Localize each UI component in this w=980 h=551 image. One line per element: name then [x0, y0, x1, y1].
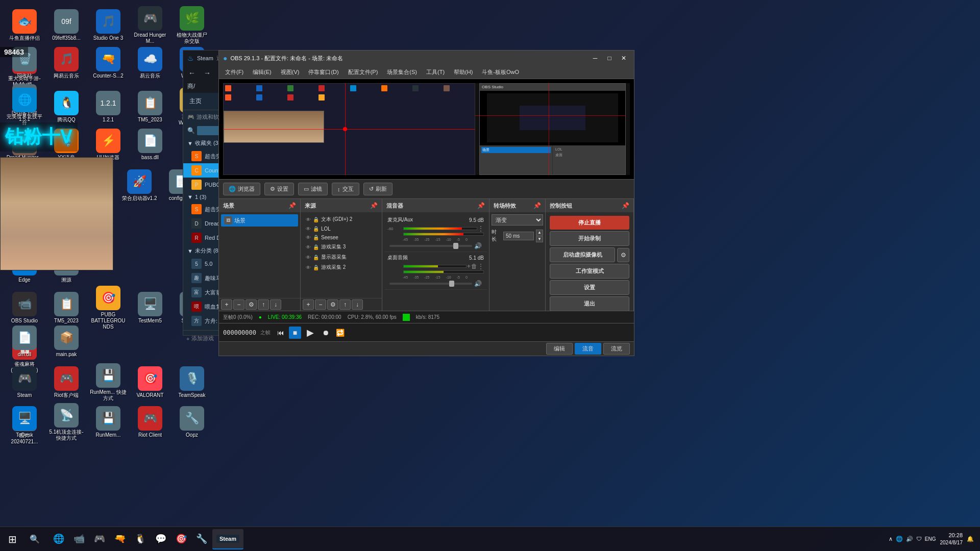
steam-forward-btn[interactable]: → [201, 68, 214, 78]
desktop-icon-icon2[interactable]: 09f 09feff35b8... [46, 4, 87, 46]
obs-tab-edit[interactable]: 编辑 [546, 343, 573, 355]
obs-stop-stream-btn[interactable]: 停止直播 [550, 216, 629, 230]
taskbar-edge-app[interactable]: 🌐 [49, 529, 68, 549]
desktop-icon-oopz[interactable]: 🔧 Oopz [172, 401, 212, 443]
desktop-icon-netease[interactable]: 🎵 网易云音乐 [46, 45, 87, 81]
desktop-icon-riot2[interactable]: 🎮 Riot Client [130, 401, 170, 443]
obs-start-record-btn[interactable]: 开始录制 [550, 231, 629, 246]
obs-scene-up-btn[interactable]: ↑ [258, 299, 269, 310]
taskbar-shield-icon[interactable]: 🛡 [916, 536, 922, 542]
obs-desktop-more-btn[interactable]: ⋮ [478, 263, 484, 270]
obs-menu-profile[interactable]: 配置文件(P) [344, 67, 382, 78]
obs-studio-mode-btn[interactable]: 工作室模式 [550, 264, 629, 279]
desktop-icon-runmem2[interactable]: 💾 RunMem... [88, 401, 129, 443]
taskbar-search-btn[interactable]: 🔍 [27, 531, 43, 547]
desktop-icon-bass[interactable]: 📄 bass.dll [130, 127, 170, 163]
taskbar-steam-bottom[interactable]: Steam [212, 529, 243, 549]
taskbar-obs-app[interactable]: 📹 [69, 529, 89, 549]
obs-transition-pin-icon[interactable]: 📌 [533, 202, 541, 209]
obs-source-up-btn[interactable]: ↑ [339, 299, 351, 310]
taskbar-speaker-icon[interactable]: 🔊 [906, 536, 913, 542]
obs-mic-more-btn[interactable]: ⋮ [478, 225, 484, 232]
obs-mic-volume-icon[interactable]: 🔊 [474, 242, 482, 249]
obs-source-down-btn[interactable]: ↓ [352, 299, 363, 310]
obs-interact-btn[interactable]: ↕ 交互 [332, 183, 359, 195]
desktop-icon-121[interactable]: 1.2.1 1.2.1 [88, 86, 129, 128]
obs-desktop-volume-icon[interactable]: 🔊 [474, 280, 482, 287]
desktop-icon-tm5[interactable]: 📋 TM5_2023 [130, 86, 170, 128]
obs-mixer-pin-icon[interactable]: 📌 [477, 202, 485, 209]
obs-timeline-back-btn[interactable]: ⏮ [275, 327, 287, 339]
obs-menu-scene-coll[interactable]: 场景集合(S) [383, 67, 421, 78]
taskbar-notification-icon[interactable]: 🔔 [967, 536, 974, 542]
obs-source-pin-icon[interactable]: 📌 [370, 202, 378, 209]
obs-scene-del-btn[interactable]: − [233, 299, 244, 310]
steam-back-btn[interactable]: ← [185, 68, 199, 78]
obs-tab-stream[interactable]: 流音 [575, 343, 601, 355]
obs-source-2[interactable]: 👁 🔒 Seesee [303, 233, 380, 242]
obs-tab-browse[interactable]: 流览 [603, 343, 630, 355]
obs-controls-pin-icon[interactable]: 📌 [622, 202, 629, 209]
obs-source-1[interactable]: 👁 🔒 LOL [303, 224, 380, 233]
desktop-icon-dread-hunger[interactable]: 🎮 Dread Hunger M... [130, 4, 170, 46]
desktop-icon-perfect[interactable]: 🌐 完美世界竞技平台 [4, 86, 45, 128]
obs-settings-toolbar-btn[interactable]: ⚙ 设置 [264, 183, 294, 195]
taskbar-tool-app[interactable]: 🔧 [192, 529, 211, 549]
obs-virtual-cam-btn[interactable]: 启动虚拟摄像机 [550, 247, 615, 262]
taskbar-qq-app[interactable]: 🐧 [131, 529, 150, 549]
obs-menu-edit[interactable]: 编辑(E) [249, 67, 276, 78]
obs-menu-tools[interactable]: 工具(T) [422, 67, 449, 78]
taskbar-counter-app[interactable]: 🔫 [110, 529, 130, 549]
obs-scene-filter-btn[interactable]: ⚙ [246, 299, 257, 310]
obs-timeline-loop-btn[interactable]: 🔁 [334, 327, 346, 339]
obs-desktop-add-icon[interactable]: + [467, 263, 471, 270]
obs-desktop-del-icon[interactable]: 🗑 [471, 263, 477, 270]
obs-scene-add-btn[interactable]: + [221, 299, 232, 310]
obs-source-0[interactable]: 👁 🔒 文本 (GDI+) 2 [303, 214, 380, 224]
desktop-icon-dm[interactable]: 📄 dm.dll [4, 323, 45, 360]
obs-transition-type-select[interactable]: 渐变 [492, 214, 543, 226]
desktop-icon-plants[interactable]: 🌿 植物大战僵尸 杂交版 [172, 4, 212, 46]
obs-timeline-record-btn[interactable]: ⏺ [320, 327, 332, 339]
desktop-icon-mainpak[interactable]: 📦 main.pak [46, 323, 87, 360]
obs-source-4[interactable]: 👁 🔒 显示器采集 [303, 252, 380, 262]
obs-timeline-play-btn[interactable]: ▶ [303, 325, 317, 340]
obs-source-add-btn[interactable]: + [303, 299, 314, 310]
obs-virtual-cam-settings-btn[interactable]: ⚙ [617, 248, 629, 262]
obs-duration-up-btn[interactable]: ▲ [536, 230, 543, 236]
desktop-icon-yiyun[interactable]: ☁️ 易云音乐 [130, 45, 170, 81]
desktop-icon-counter-strike[interactable]: 🔫 Counter-S...2 [88, 45, 129, 81]
obs-close-btn[interactable]: ✕ [618, 53, 630, 63]
desktop-icon-todesk[interactable]: 🖥️ ToDesk [4, 401, 45, 443]
taskbar-network-icon[interactable]: 🌐 [896, 536, 903, 542]
obs-exit-btn[interactable]: 退出 [550, 296, 629, 311]
obs-scene-item-0[interactable]: 🖼 场景 [221, 214, 298, 227]
obs-source-del-btn[interactable]: − [315, 299, 326, 310]
obs-duration-down-btn[interactable]: ▼ [536, 236, 543, 242]
desktop-icon-douyu[interactable]: 🐟 斗鱼直播伴侣 [4, 4, 45, 46]
obs-menu-douyu[interactable]: 斗鱼-板板OwO [478, 67, 523, 78]
desktop-icon-studio-one[interactable]: 🎵 Studio One 3 [88, 4, 129, 46]
obs-scene-pin-icon[interactable]: 📌 [288, 202, 296, 209]
obs-minimize-btn[interactable]: ─ [589, 53, 601, 63]
obs-browse-btn[interactable]: 🌐 浏览器 [223, 183, 260, 195]
taskbar-msg-app[interactable]: 💬 [151, 529, 170, 549]
obs-source-5[interactable]: 👁 🔒 游戏采集 2 [303, 262, 380, 272]
desktop-icon-telecom[interactable]: 📡 5.1机顶盒连接-快捷方式 [46, 401, 87, 443]
obs-timeline-stop-btn[interactable]: ■ [289, 327, 301, 339]
obs-menu-dock[interactable]: 停靠窗口(D) [304, 67, 342, 78]
obs-transition-duration-input[interactable] [503, 232, 534, 240]
taskbar-clock[interactable]: 20:28 2024/8/17 [940, 532, 963, 546]
obs-settings-btn[interactable]: 设置 [550, 280, 629, 295]
obs-source-settings-btn[interactable]: ⚙ [327, 299, 338, 310]
taskbar-game-app[interactable]: 🎯 [172, 529, 191, 549]
desktop-icon-qq[interactable]: 🐧 腾讯QQ [46, 86, 87, 128]
obs-source-3[interactable]: 👁 🔒 游戏采集 3 [303, 242, 380, 252]
obs-scene-down-btn[interactable]: ↓ [270, 299, 281, 310]
taskbar-steam-app[interactable]: 🎮 [90, 529, 109, 549]
desktop-icon-ronghe[interactable]: 🚀 荣合启动器v1.2 [119, 167, 160, 204]
obs-filter-btn[interactable]: ▭ 滤镜 [298, 183, 328, 195]
obs-menu-file[interactable]: 文件(F) [221, 67, 248, 78]
obs-menu-view[interactable]: 视图(V) [277, 67, 304, 78]
taskbar-start-btn[interactable]: ⊞ [0, 527, 24, 552]
